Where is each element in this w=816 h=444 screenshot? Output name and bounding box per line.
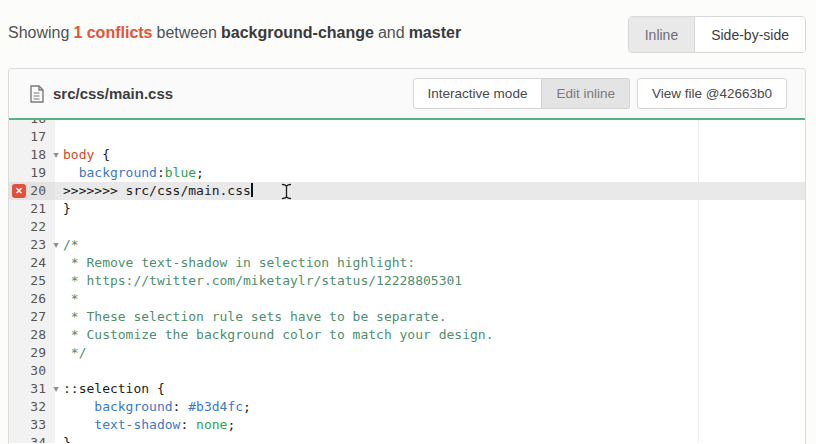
code-line[interactable]: 18▾body { [9,146,805,164]
line-number: 27 [9,308,55,326]
code-line[interactable]: 34} [9,434,805,443]
line-number: 29 [9,344,55,362]
line-number: 33 [9,416,55,434]
line-number: 34 [9,434,55,443]
code-text[interactable]: */ [63,344,805,362]
line-number: 22 [9,218,55,236]
line-number: 30 [9,362,55,380]
code-line[interactable]: 19 background:blue; [9,164,805,182]
code-line[interactable]: 20✕>>>>>>> src/css/main.css [9,182,805,200]
code-editor[interactable]: 161718▾body {19 background:blue;20✕>>>>>… [9,118,805,443]
text-cursor [251,183,253,197]
code-line[interactable]: 26 * [9,290,805,308]
code-text[interactable]: * Remove text-shadow in selection highli… [63,254,805,272]
interactive-mode-button[interactable]: Interactive mode [413,78,543,109]
line-number: 19 [9,164,55,182]
code-line[interactable]: 24 * Remove text-shadow in selection hig… [9,254,805,272]
code-text[interactable]: background: #b3d4fc; [63,398,805,416]
line-number: 21 [9,200,55,218]
summary-prefix: Showing [8,24,69,41]
code-line[interactable]: 31▾::selection { [9,380,805,398]
conflict-count: 1 conflicts [73,24,152,41]
code-text[interactable] [63,128,805,146]
line-number: 16 [9,118,55,128]
file-conflict-panel: src/css/main.css Interactive mode Edit i… [8,68,806,444]
code-text[interactable]: * These selection rule sets have to be s… [63,308,805,326]
edit-inline-button[interactable]: Edit inline [542,78,630,109]
file-path: src/css/main.css [53,85,173,102]
code-line[interactable]: 33 text-shadow: none; [9,416,805,434]
code-text[interactable] [63,362,805,380]
code-text[interactable]: } [63,434,805,443]
code-line[interactable]: 16 [9,118,805,128]
conflict-error-icon: ✕ [12,184,26,198]
code-text[interactable]: background:blue; [63,164,805,182]
code-text[interactable]: /* [63,236,805,254]
code-text[interactable] [63,118,805,128]
code-line[interactable]: 21} [9,200,805,218]
file-header-actions: Interactive mode Edit inline View file @… [413,78,787,109]
code-text[interactable]: * https://twitter.com/miketaylr/status/1… [63,272,805,290]
fold-arrow-icon[interactable]: ▾ [49,146,63,164]
code-text[interactable]: ::selection { [63,380,805,398]
code-line[interactable]: 22 [9,218,805,236]
code-line[interactable]: 30 [9,362,805,380]
file-header: src/css/main.css Interactive mode Edit i… [9,69,805,118]
code-line[interactable]: 32 background: #b3d4fc; [9,398,805,416]
file-text-icon [29,85,44,103]
inline-view-button[interactable]: Inline [629,17,695,52]
conflict-resolution-page: { "summary": { "prefix": "Showing", "cou… [0,0,816,444]
view-mode-toggle: Inline Side-by-side [628,16,806,53]
edit-mode-button-group: Interactive mode Edit inline [413,78,630,109]
code-text[interactable] [63,218,805,236]
code-line[interactable]: 29 */ [9,344,805,362]
line-number: 17 [9,128,55,146]
code-text[interactable]: * [63,290,805,308]
line-number: 24 [9,254,55,272]
line-number: 26 [9,290,55,308]
summary-between: between [157,24,218,41]
side-by-side-view-button[interactable]: Side-by-side [695,17,805,52]
conflict-summary: Showing1 conflictsbetweenbackground-chan… [8,22,465,44]
line-number: 32 [9,398,55,416]
code-text[interactable]: text-shadow: none; [63,416,805,434]
code-line[interactable]: 27 * These selection rule sets have to b… [9,308,805,326]
summary-and: and [378,24,405,41]
code-line[interactable]: 25 * https://twitter.com/miketaylr/statu… [9,272,805,290]
line-number: 28 [9,326,55,344]
ibeam-pointer-icon [281,183,292,200]
code-line[interactable]: 17 [9,128,805,146]
code-line[interactable]: 28 * Customize the background color to m… [9,326,805,344]
code-text[interactable]: >>>>>>> src/css/main.css [63,182,805,200]
code-text[interactable]: body { [63,146,805,164]
code-text[interactable]: * Customize the background color to matc… [63,326,805,344]
fold-arrow-icon[interactable]: ▾ [49,236,63,254]
code-text[interactable]: } [63,200,805,218]
code-line[interactable]: 23▾/* [9,236,805,254]
line-number: 25 [9,272,55,290]
view-file-button[interactable]: View file @42663b0 [637,78,787,109]
fold-arrow-icon[interactable]: ▾ [49,380,63,398]
target-branch-name: master [409,24,461,41]
code-lines: 161718▾body {19 background:blue;20✕>>>>>… [9,118,805,443]
source-branch-name: background-change [221,24,374,41]
